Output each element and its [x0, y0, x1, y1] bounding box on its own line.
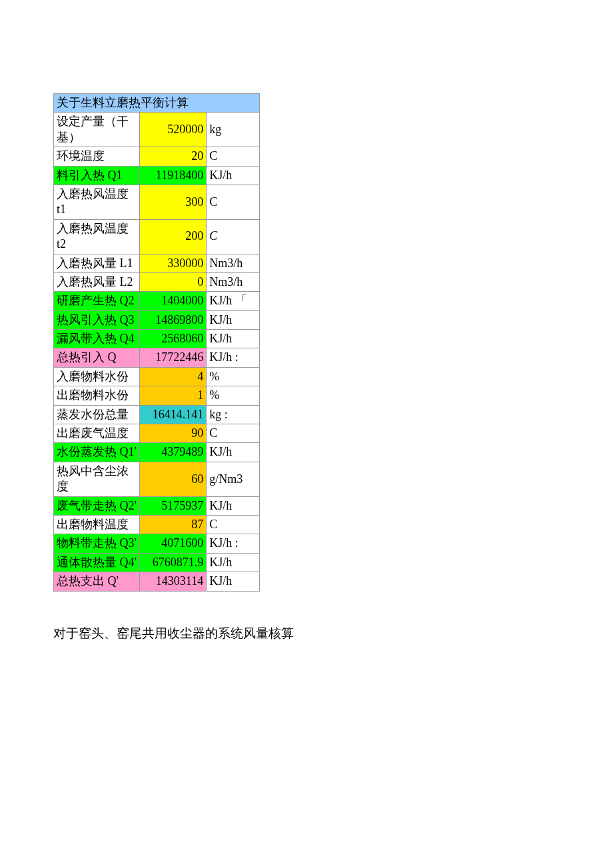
row-unit: KJ/h 「	[207, 292, 260, 310]
row-unit: C	[207, 147, 260, 166]
table-row: 蒸发水份总量16414.141kg :	[54, 405, 260, 424]
row-label: 总热引入 Q	[54, 348, 140, 367]
row-value: 1404000	[140, 292, 207, 310]
row-unit: KJ/h	[207, 330, 260, 348]
row-value: 6760871.9	[140, 553, 207, 572]
row-label: 设定产量（干基）	[54, 113, 140, 147]
row-unit: KJ/h	[207, 443, 260, 462]
table-row: 入磨热风量 L1330000Nm3/h	[54, 254, 260, 272]
row-value: 11918400	[140, 166, 207, 185]
row-value: 16414.141	[140, 405, 207, 424]
row-label: 通体散热量 Q4'	[54, 553, 140, 572]
row-label: 废气带走热 Q2'	[54, 496, 140, 515]
table-header-row: 关于生料立磨热平衡计算	[54, 94, 260, 113]
row-label: 出磨物料温度	[54, 515, 140, 534]
row-unit: KJ/h	[207, 310, 260, 329]
row-value: 200	[140, 219, 207, 254]
row-label: 入磨热风温度 t1	[54, 185, 140, 219]
row-label: 热风中含尘浓度	[54, 462, 140, 496]
row-label: 物料带走热 Q3'	[54, 534, 140, 553]
row-label: 出磨废气温度	[54, 424, 140, 443]
table-row: 热风中含尘浓度60g/Nm3	[54, 462, 260, 496]
table-row: 总热支出 Q'14303114KJ/h	[54, 572, 260, 591]
table-row: 漏风带入热 Q42568060KJ/h	[54, 330, 260, 348]
table-row: 总热引入 Q17722446KJ/h :	[54, 348, 260, 367]
row-unit: KJ/h	[207, 572, 260, 591]
row-value: 5175937	[140, 496, 207, 515]
row-label: 水份蒸发热 Q1'	[54, 443, 140, 462]
table-row: 出磨物料水份1%	[54, 386, 260, 405]
row-unit: %	[207, 367, 260, 386]
row-value: 520000	[140, 113, 207, 147]
row-value: 300	[140, 185, 207, 219]
table-row: 热风引入热 Q314869800KJ/h	[54, 310, 260, 329]
table-row: 入磨热风温度 t2200C	[54, 219, 260, 254]
heat-balance-table: 关于生料立磨热平衡计算 设定产量（干基）520000kg环境温度20C料引入热 …	[53, 93, 260, 592]
table-row: 废气带走热 Q2'5175937KJ/h	[54, 496, 260, 515]
table-row: 料引入热 Q111918400KJ/h	[54, 166, 260, 185]
row-unit: KJ/h	[207, 166, 260, 185]
row-label: 蒸发水份总量	[54, 405, 140, 424]
row-unit: C	[207, 219, 260, 254]
row-unit: C	[207, 424, 260, 443]
table-row: 出磨物料温度87C	[54, 515, 260, 534]
table-title: 关于生料立磨热平衡计算	[54, 94, 260, 113]
table-row: 物料带走热 Q3'4071600KJ/h :	[54, 534, 260, 553]
row-unit: C	[207, 515, 260, 534]
row-label: 入磨物料水份	[54, 367, 140, 386]
row-label: 环境温度	[54, 147, 140, 166]
row-value: 330000	[140, 254, 207, 272]
table-row: 环境温度20C	[54, 147, 260, 166]
row-unit: KJ/h :	[207, 534, 260, 553]
row-value: 4379489	[140, 443, 207, 462]
row-label: 料引入热 Q1	[54, 166, 140, 185]
row-value: 0	[140, 272, 207, 291]
table-row: 设定产量（干基）520000kg	[54, 113, 260, 147]
table-row: 通体散热量 Q4'6760871.9KJ/h	[54, 553, 260, 572]
footer-note: 对于窑头、窑尾共用收尘器的系统风量核算	[53, 625, 560, 642]
row-value: 17722446	[140, 348, 207, 367]
row-value: 4071600	[140, 534, 207, 553]
row-unit: %	[207, 386, 260, 405]
table-row: 入磨物料水份4%	[54, 367, 260, 386]
row-unit: Nm3/h	[207, 272, 260, 291]
row-label: 漏风带入热 Q4	[54, 330, 140, 348]
row-label: 热风引入热 Q3	[54, 310, 140, 329]
row-value: 2568060	[140, 330, 207, 348]
row-value: 90	[140, 424, 207, 443]
row-value: 14869800	[140, 310, 207, 329]
row-label: 入磨热风量 L2	[54, 272, 140, 291]
row-value: 87	[140, 515, 207, 534]
row-unit: KJ/h	[207, 496, 260, 515]
table-row: 入磨热风温度 t1300C	[54, 185, 260, 219]
row-label: 出磨物料水份	[54, 386, 140, 405]
row-label: 入磨热风量 L1	[54, 254, 140, 272]
table-row: 入磨热风量 L20Nm3/h	[54, 272, 260, 291]
row-value: 1	[140, 386, 207, 405]
row-value: 4	[140, 367, 207, 386]
row-value: 60	[140, 462, 207, 496]
row-unit: KJ/h	[207, 553, 260, 572]
row-value: 20	[140, 147, 207, 166]
table-row: 研磨产生热 Q21404000KJ/h 「	[54, 292, 260, 310]
row-label: 研磨产生热 Q2	[54, 292, 140, 310]
row-label: 总热支出 Q'	[54, 572, 140, 591]
row-unit: KJ/h :	[207, 348, 260, 367]
row-unit: Nm3/h	[207, 254, 260, 272]
row-label: 入磨热风温度 t2	[54, 219, 140, 254]
table-row: 水份蒸发热 Q1'4379489KJ/h	[54, 443, 260, 462]
row-unit: kg :	[207, 405, 260, 424]
row-value: 14303114	[140, 572, 207, 591]
table-row: 出磨废气温度90C	[54, 424, 260, 443]
row-unit: C	[207, 185, 260, 219]
row-unit: g/Nm3	[207, 462, 260, 496]
row-unit: kg	[207, 113, 260, 147]
